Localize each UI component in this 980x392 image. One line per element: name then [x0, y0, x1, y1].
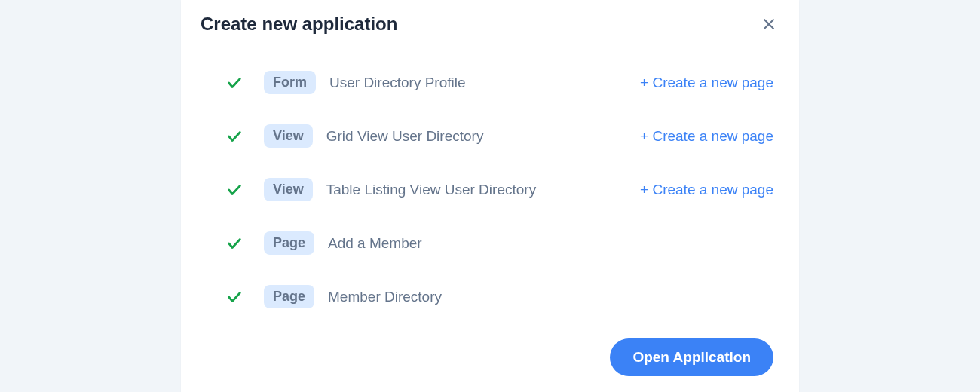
item-name: Add a Member	[328, 235, 773, 252]
item-row: PageMember Directory	[226, 285, 773, 308]
item-name: Member Directory	[328, 289, 773, 305]
close-icon	[761, 17, 776, 32]
close-button[interactable]	[758, 14, 779, 35]
check-icon	[226, 128, 247, 145]
create-new-page-link[interactable]: + Create a new page	[640, 128, 773, 145]
check-icon	[226, 235, 247, 252]
create-application-modal: Create new application FormUser Director…	[181, 0, 799, 392]
check-icon	[226, 289, 247, 305]
item-type-tag: Page	[264, 231, 314, 255]
open-application-button[interactable]: Open Application	[610, 338, 773, 376]
item-name: Table Listing View User Directory	[326, 182, 640, 198]
check-icon	[226, 75, 247, 91]
modal-title: Create new application	[201, 14, 397, 35]
item-row: PageAdd a Member	[226, 231, 773, 255]
create-new-page-link[interactable]: + Create a new page	[640, 182, 773, 198]
item-type-tag: Page	[264, 285, 314, 308]
item-row: ViewTable Listing View User Directory+ C…	[226, 178, 773, 201]
item-name: User Directory Profile	[329, 75, 640, 91]
item-row: FormUser Directory Profile+ Create a new…	[226, 71, 773, 94]
item-type-tag: Form	[264, 71, 316, 94]
item-row: ViewGrid View User Directory+ Create a n…	[226, 124, 773, 148]
check-icon	[226, 182, 247, 198]
item-name: Grid View User Directory	[326, 128, 640, 145]
create-new-page-link[interactable]: + Create a new page	[640, 75, 773, 91]
modal-header: Create new application	[201, 14, 779, 35]
items-list: FormUser Directory Profile+ Create a new…	[201, 71, 779, 308]
item-type-tag: View	[264, 178, 313, 201]
item-type-tag: View	[264, 124, 313, 148]
modal-footer: Open Application	[201, 338, 779, 376]
